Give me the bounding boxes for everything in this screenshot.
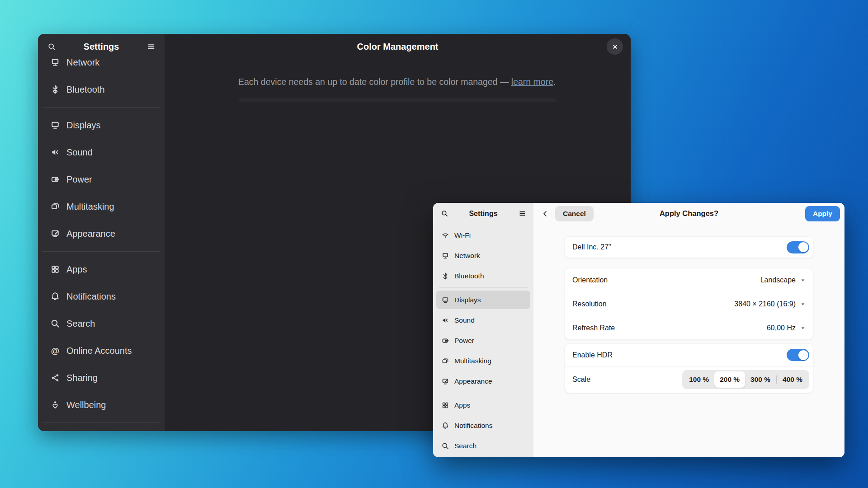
monitor-label: Dell Inc. 27" bbox=[572, 243, 611, 251]
refresh-rate-label: Refresh Rate bbox=[572, 324, 615, 332]
notifications-icon bbox=[51, 292, 60, 301]
sidebar-item-power[interactable]: Power bbox=[41, 166, 161, 193]
refresh-rate-row[interactable]: Refresh Rate 60,00 Hz bbox=[565, 316, 813, 339]
sidebar-item-notifications[interactable]: Notifications bbox=[41, 283, 161, 310]
sidebar-item-sound[interactable]: Sound bbox=[436, 311, 530, 329]
resolution-row[interactable]: Resolution 3840 × 2160 (16:9) bbox=[565, 292, 813, 316]
sidebar-item-multitasking[interactable]: Multitasking bbox=[436, 352, 530, 370]
sidebar-item-sharing[interactable]: Sharing bbox=[41, 364, 161, 391]
cancel-button[interactable]: Cancel bbox=[555, 206, 594, 221]
sidebar-item-multitasking[interactable]: Multitasking bbox=[41, 193, 161, 220]
sidebar-item-label: Bluetooth bbox=[66, 84, 105, 95]
toggle-knob bbox=[798, 242, 808, 252]
bluetooth-icon bbox=[51, 85, 60, 94]
sidebar-item-label: Bluetooth bbox=[454, 272, 484, 280]
power-icon bbox=[51, 175, 60, 184]
sidebar-item-wellbeing[interactable]: Wellbeing bbox=[41, 391, 161, 418]
sidebar-item-search[interactable]: Search bbox=[436, 436, 530, 455]
sidebar-item-label: Multitasking bbox=[454, 357, 491, 365]
scale-option-100[interactable]: 100 % bbox=[684, 371, 714, 388]
sidebar-item-label: Apps bbox=[66, 264, 87, 275]
learn-more-link[interactable]: learn more bbox=[511, 77, 553, 87]
sidebar-item-search[interactable]: Search bbox=[41, 310, 161, 337]
sidebar-item-label: Network bbox=[66, 59, 99, 68]
light-headerbar: Cancel Apply Changes? Apply bbox=[533, 203, 844, 224]
sidebar-item-network[interactable]: Network bbox=[436, 246, 530, 265]
close-icon bbox=[612, 43, 618, 50]
chevron-down-icon bbox=[800, 277, 806, 283]
sidebar-item-bluetooth[interactable]: Bluetooth bbox=[41, 76, 161, 103]
segment-divider bbox=[776, 375, 777, 384]
sidebar-item-bluetooth[interactable]: Bluetooth bbox=[436, 267, 530, 285]
network-icon bbox=[442, 252, 449, 259]
light-sidebar-headerbar: Settings bbox=[433, 203, 533, 224]
sidebar-item-online-accounts[interactable]: @ Online Accounts bbox=[41, 337, 161, 364]
sidebar-item-notifications[interactable]: Notifications bbox=[436, 416, 530, 435]
sidebar-item-displays[interactable]: Displays bbox=[436, 291, 530, 309]
search-button[interactable] bbox=[438, 207, 451, 221]
close-button[interactable] bbox=[607, 38, 623, 55]
dark-sidebar: Settings Network Bluetooth Displays bbox=[38, 34, 165, 431]
sidebar-item-appearance[interactable]: Appearance bbox=[41, 220, 161, 247]
resolution-value: 3840 × 2160 (16:9) bbox=[734, 300, 796, 308]
share-icon bbox=[51, 373, 60, 382]
monitor-toggle[interactable] bbox=[787, 241, 809, 253]
sidebar-separator bbox=[42, 251, 160, 252]
display-settings-window: Settings Wi-Fi Network Bluetooth bbox=[433, 203, 844, 457]
appearance-icon bbox=[51, 229, 60, 238]
hdr-toggle[interactable] bbox=[787, 349, 809, 361]
search-button[interactable] bbox=[43, 38, 60, 55]
display-options-card: Orientation Landscape Resolution 3840 × … bbox=[565, 268, 813, 340]
search-icon bbox=[51, 319, 60, 328]
display-settings-body: Dell Inc. 27" Orientation Landscape Reso… bbox=[533, 224, 844, 457]
sidebar-item-apps[interactable]: Apps bbox=[436, 396, 530, 414]
device-list-edge bbox=[238, 98, 557, 102]
monitor-card: Dell Inc. 27" bbox=[565, 236, 813, 258]
main-menu-button[interactable] bbox=[143, 38, 159, 55]
sound-icon bbox=[51, 148, 60, 157]
sidebar-item-sound[interactable]: Sound bbox=[41, 139, 161, 166]
sidebar-separator bbox=[42, 422, 160, 423]
sidebar-item-power[interactable]: Power bbox=[436, 331, 530, 350]
at-icon: @ bbox=[51, 346, 60, 355]
sidebar-item-label: Multitasking bbox=[66, 202, 114, 212]
sidebar-item-label: Network bbox=[454, 252, 480, 260]
notifications-icon bbox=[442, 422, 449, 429]
sidebar-item-label: Search bbox=[66, 319, 95, 329]
sidebar-item-label: Appearance bbox=[66, 229, 115, 239]
sidebar-item-label: Displays bbox=[454, 296, 481, 304]
refresh-rate-value: 60,00 Hz bbox=[767, 324, 796, 332]
scale-segmented-control: 100 % 200 % 300 % 400 % bbox=[682, 370, 809, 389]
page-title: Color Management bbox=[357, 42, 438, 52]
app-title: Settings bbox=[60, 42, 143, 52]
sidebar-item-label: Notifications bbox=[454, 422, 492, 430]
chevron-left-icon bbox=[542, 210, 549, 217]
scale-option-300[interactable]: 300 % bbox=[745, 371, 776, 388]
orientation-row[interactable]: Orientation Landscape bbox=[565, 268, 813, 292]
main-menu-button[interactable] bbox=[515, 207, 529, 221]
scale-option-400[interactable]: 400 % bbox=[777, 371, 808, 388]
apps-icon bbox=[51, 265, 60, 274]
toggle-knob bbox=[798, 350, 808, 360]
sidebar-item-label: Search bbox=[454, 442, 476, 450]
dark-sidebar-headerbar: Settings bbox=[38, 34, 165, 59]
color-management-body: Each device needs an up to date color pr… bbox=[165, 59, 631, 102]
sidebar-item-appearance[interactable]: Appearance bbox=[436, 372, 530, 390]
sidebar-item-displays[interactable]: Displays bbox=[41, 112, 161, 139]
sidebar-item-wifi[interactable]: Wi-Fi bbox=[436, 226, 530, 244]
hdr-scale-card: Enable HDR Scale 100 % 200 % 300 % 400 % bbox=[565, 343, 813, 393]
sidebar-item-apps[interactable]: Apps bbox=[41, 256, 161, 283]
wellbeing-icon bbox=[51, 400, 60, 409]
search-icon bbox=[441, 210, 448, 217]
resolution-label: Resolution bbox=[572, 300, 607, 308]
scale-option-200[interactable]: 200 % bbox=[714, 371, 745, 388]
sidebar-item-network[interactable]: Network bbox=[41, 59, 161, 76]
intro-text: Each device needs an up to date color pr… bbox=[238, 77, 511, 87]
apply-button[interactable]: Apply bbox=[805, 206, 840, 221]
sidebar-item-label: Displays bbox=[66, 120, 101, 131]
dark-sidebar-list: Network Bluetooth Displays Sound Power bbox=[38, 59, 165, 431]
back-button[interactable] bbox=[539, 207, 552, 220]
enable-hdr-row: Enable HDR bbox=[565, 344, 813, 366]
sidebar-separator bbox=[439, 287, 528, 288]
light-sidebar: Settings Wi-Fi Network Bluetooth bbox=[433, 203, 533, 457]
